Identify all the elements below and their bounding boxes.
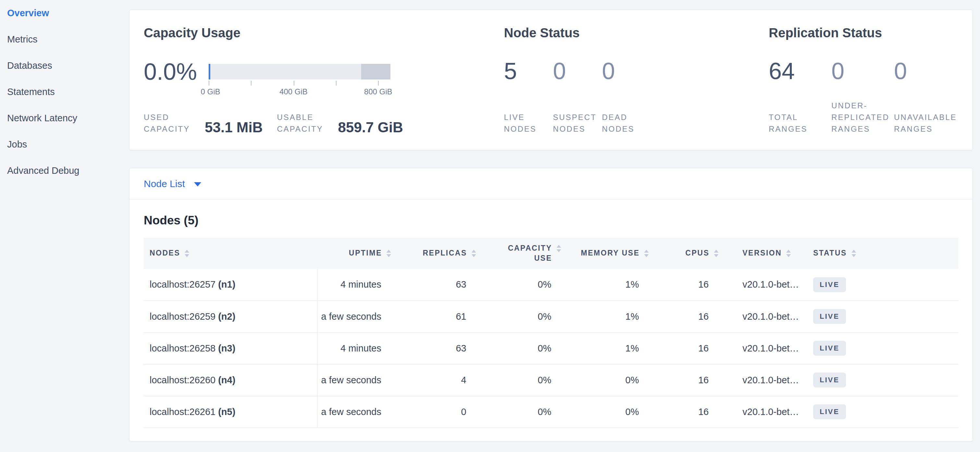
nodes-table-section: Nodes (5) NODES UPTIME REPLICAS CAPACITY… <box>129 214 972 441</box>
axis-tick <box>208 81 209 86</box>
memory-use-cell: 1% <box>561 301 649 332</box>
cpus-cell: 16 <box>649 364 718 396</box>
status-badge: LIVE <box>813 309 846 324</box>
main-content: Capacity Usage 0.0% <box>129 0 973 441</box>
live-nodes-value: 5 <box>504 59 550 83</box>
sidebar-item-statements[interactable]: Statements <box>0 79 129 105</box>
capacity-use-cell: 0% <box>476 301 561 332</box>
sort-icon <box>644 250 649 257</box>
uptime-cell: 4 minutes <box>317 269 391 301</box>
sort-icon <box>557 245 561 252</box>
node-id: (n5) <box>218 407 235 417</box>
replicas-cell: 61 <box>391 301 476 332</box>
status-badge: LIVE <box>813 277 846 292</box>
table-row[interactable]: localhost:26261(n5) a few seconds 0 0% 0… <box>144 396 958 428</box>
total-ranges-value: 64 <box>769 59 829 83</box>
version-cell: v20.1.0-bet… <box>718 301 813 332</box>
uptime-cell: a few seconds <box>317 301 391 332</box>
table-row[interactable]: localhost:26257(n1) 4 minutes 63 0% 1% 1… <box>144 269 958 301</box>
dead-nodes-label: DEAD NODES <box>602 111 648 135</box>
cluster-overview-page: Overview Metrics Databases Statements Ne… <box>0 0 980 452</box>
table-row[interactable]: localhost:26259(n2) a few seconds 61 0% … <box>144 301 958 332</box>
replicas-cell: 0 <box>391 396 476 428</box>
version-cell: v20.1.0-bet… <box>718 332 813 364</box>
capacity-bar-chart: 0 GiB 400 GiB 800 GiB <box>208 59 390 84</box>
version-cell: v20.1.0-bet… <box>718 396 813 428</box>
column-header-cpus[interactable]: CPUS <box>649 238 718 269</box>
sort-icon <box>387 250 391 257</box>
sidebar: Overview Metrics Databases Statements Ne… <box>0 0 129 452</box>
total-ranges-stat: 64 TOTAL RANGES <box>769 59 829 135</box>
node-address-link[interactable]: localhost:26260 <box>150 375 215 385</box>
node-list-card: Node List Nodes (5) NODES UPTIME REPLICA… <box>129 168 973 441</box>
sidebar-item-metrics[interactable]: Metrics <box>0 26 129 52</box>
axis-tick <box>336 81 337 86</box>
sidebar-item-databases[interactable]: Databases <box>0 52 129 79</box>
used-capacity-value: 53.1 MiB <box>205 120 263 135</box>
uptime-cell: a few seconds <box>317 364 391 396</box>
nodes-table-title: Nodes (5) <box>144 214 958 227</box>
sort-icon <box>851 250 856 257</box>
usable-capacity-stat: USABLE CAPACITY 859.7 GiB <box>277 111 403 135</box>
node-address-link[interactable]: localhost:26259 <box>150 311 215 322</box>
column-header-memory-use[interactable]: MEMORY USE <box>561 238 649 269</box>
cpus-cell: 16 <box>649 301 718 332</box>
column-header-capacity-use[interactable]: CAPACITY USE <box>476 238 561 269</box>
memory-use-cell: 1% <box>561 269 649 301</box>
column-header-replicas[interactable]: REPLICAS <box>391 238 476 269</box>
under-replicated-ranges-label: UNDER-REPLICATED RANGES <box>831 100 892 135</box>
used-capacity-stat: USED CAPACITY 53.1 MiB <box>144 111 263 135</box>
replicas-cell: 63 <box>391 332 476 364</box>
sidebar-item-advanced-debug[interactable]: Advanced Debug <box>0 158 129 184</box>
axis-tick-label: 400 GiB <box>279 87 308 96</box>
unavailable-ranges-stat: 0 UNAVAILABLE RANGES <box>894 59 955 135</box>
capacity-bar-reserved-segment <box>361 64 390 79</box>
status-badge: LIVE <box>813 341 846 356</box>
live-nodes-label: LIVE NODES <box>504 111 550 135</box>
column-header-nodes[interactable]: NODES <box>144 238 317 269</box>
status-badge: LIVE <box>813 373 846 387</box>
capacity-used-percent: 0.0% <box>144 60 200 83</box>
memory-use-cell: 1% <box>561 332 649 364</box>
table-row[interactable]: localhost:26258(n3) 4 minutes 63 0% 1% 1… <box>144 332 958 364</box>
sidebar-item-network-latency[interactable]: Network Latency <box>0 105 129 131</box>
axis-tick <box>251 81 251 86</box>
unavailable-ranges-value: 0 <box>894 59 955 83</box>
cpus-cell: 16 <box>649 269 718 301</box>
version-cell: v20.1.0-bet… <box>718 269 813 301</box>
node-status-section: Node Status 5 LIVE NODES 0 SUSPECT NODES… <box>504 25 769 135</box>
uptime-cell: a few seconds <box>317 396 391 428</box>
nodes-table: NODES UPTIME REPLICAS CAPACITY USE MEMOR… <box>144 238 958 428</box>
axis-tick <box>378 81 379 86</box>
sort-icon <box>471 250 476 257</box>
sort-icon <box>714 250 718 257</box>
axis-tick <box>294 81 294 86</box>
chevron-down-icon <box>194 182 201 186</box>
replication-status-title: Replication Status <box>769 25 958 41</box>
column-header-status[interactable]: STATUS <box>813 238 958 269</box>
replicas-cell: 4 <box>391 364 476 396</box>
total-ranges-label: TOTAL RANGES <box>769 111 829 135</box>
version-cell: v20.1.0-bet… <box>718 364 813 396</box>
cluster-summary-card: Capacity Usage 0.0% <box>129 10 973 150</box>
node-address-link[interactable]: localhost:26257 <box>150 279 215 290</box>
suspect-nodes-stat: 0 SUSPECT NODES <box>553 59 599 135</box>
node-status-title: Node Status <box>504 25 769 41</box>
under-replicated-ranges-value: 0 <box>831 59 892 83</box>
column-header-version[interactable]: VERSION <box>718 238 813 269</box>
sidebar-item-overview[interactable]: Overview <box>0 0 129 26</box>
node-id: (n1) <box>218 279 235 290</box>
node-address-link[interactable]: localhost:26261 <box>150 407 215 417</box>
node-id: (n4) <box>218 375 235 385</box>
live-nodes-stat: 5 LIVE NODES <box>504 59 550 135</box>
axis-tick-label: 800 GiB <box>364 87 392 96</box>
replication-status-section: Replication Status 64 TOTAL RANGES 0 UND… <box>769 25 958 135</box>
node-address-link[interactable]: localhost:26258 <box>150 343 215 354</box>
suspect-nodes-value: 0 <box>553 59 599 83</box>
table-row[interactable]: localhost:26260(n4) a few seconds 4 0% 0… <box>144 364 958 396</box>
status-badge: LIVE <box>813 404 846 419</box>
node-list-dropdown[interactable]: Node List <box>129 168 972 200</box>
column-header-uptime[interactable]: UPTIME <box>317 238 391 269</box>
node-list-dropdown-label: Node List <box>144 178 185 189</box>
sidebar-item-jobs[interactable]: Jobs <box>0 131 129 158</box>
